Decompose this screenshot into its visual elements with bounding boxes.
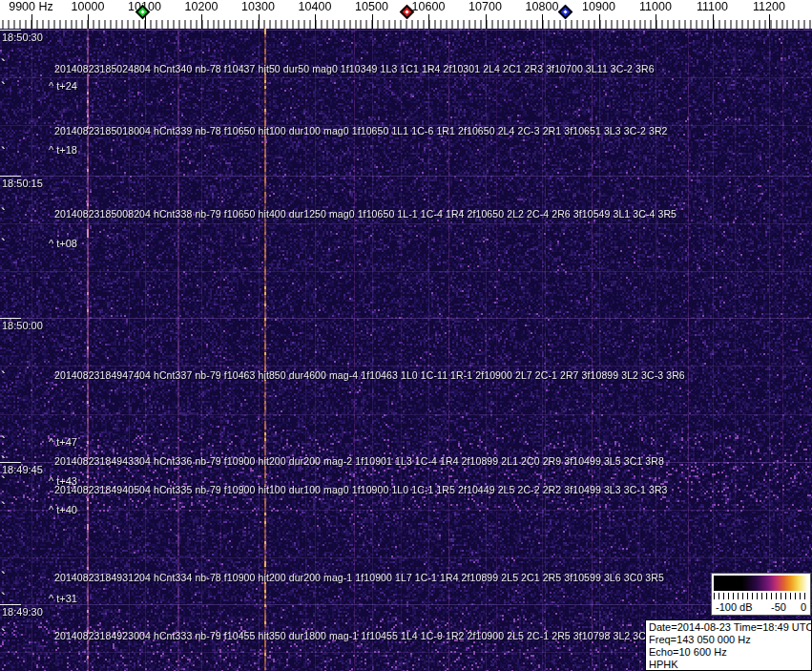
ruler-major-tick (713, 14, 714, 29)
freq-label: 10700 (468, 0, 502, 13)
info-freq-line: Freq=143 050 000 Hz (649, 634, 811, 646)
db-gradient-bar (714, 576, 808, 591)
spectrogram-canvas (0, 29, 812, 671)
freq-label: 10000 (72, 0, 105, 13)
ruler-major-tick (372, 14, 373, 29)
freq-label: 10900 (582, 0, 615, 13)
freq-label: 11200 (753, 0, 785, 13)
ruler-major-tick (542, 14, 543, 29)
spectrogram-app-window: 9900 Hz100001010010200103001040010500106… (0, 0, 812, 671)
diamond-core-dot (563, 10, 567, 13)
ruler-major-tick (201, 14, 202, 29)
db-label-min: -100 dB (716, 601, 753, 613)
freq-label: 10300 (241, 0, 275, 13)
db-label-max: 0 (801, 601, 806, 613)
ruler-major-tick (769, 14, 770, 29)
ruler-major-tick (259, 14, 260, 29)
freq-label: 10600 (412, 0, 446, 13)
freq-label: 10500 (355, 0, 388, 13)
db-scale-ticks (714, 593, 808, 599)
ruler-major-tick (31, 14, 32, 29)
diamond-core-dot (140, 10, 144, 13)
info-echo-line: Echo=10 600 Hz (649, 646, 811, 659)
freq-label: 10400 (299, 0, 332, 13)
ruler-major-tick (656, 14, 656, 29)
ruler-minor-ticks (0, 20, 812, 29)
freq-label: 11100 (697, 0, 728, 13)
ruler-major-tick (599, 14, 600, 29)
freq-label: 10800 (526, 0, 559, 13)
ruler-major-tick (428, 14, 429, 29)
freq-label: 11000 (639, 0, 672, 13)
info-station-line: HPHK (649, 659, 811, 671)
frequency-ruler: 9900 Hz100001010010200103001040010500106… (0, 0, 812, 29)
diamond-core-dot (405, 10, 408, 13)
db-color-legend: -100 dB -50 0 (711, 573, 811, 616)
marker-blue-diamond[interactable] (558, 5, 573, 20)
info-box: Date=2014-08-23 Time=18:49 UTC Freq=143 … (645, 619, 812, 671)
ruler-major-tick (88, 14, 89, 29)
info-date-line: Date=2014-08-23 Time=18:49 UTC (649, 621, 811, 634)
ruler-major-tick (486, 14, 487, 29)
ruler-major-tick (315, 14, 316, 29)
db-label-mid: -50 (771, 601, 786, 613)
freq-label: 9900 Hz (9, 0, 53, 13)
freq-label: 10200 (185, 0, 219, 13)
